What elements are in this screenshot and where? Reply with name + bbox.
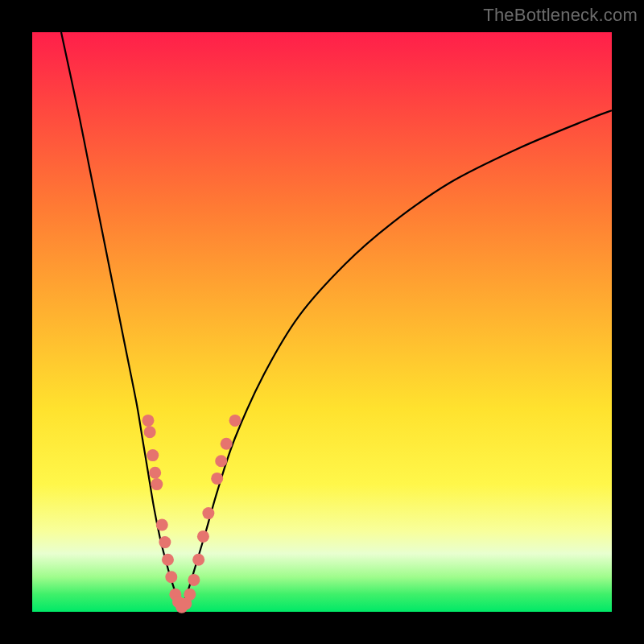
chart-svg xyxy=(32,32,612,612)
watermark-text: TheBottleneck.com xyxy=(483,5,638,26)
highlight-dot xyxy=(165,571,177,583)
chart-frame: TheBottleneck.com xyxy=(0,0,644,644)
highlight-dot xyxy=(188,574,200,586)
highlight-dot xyxy=(151,478,163,490)
highlight-dot xyxy=(162,554,174,566)
plot-area xyxy=(32,32,612,612)
highlight-dot xyxy=(197,530,209,543)
highlight-dot xyxy=(229,415,242,427)
highlight-dot xyxy=(215,455,227,467)
curve-right-branch xyxy=(182,110,612,609)
highlight-dot xyxy=(202,507,214,519)
highlight-dot xyxy=(144,426,156,438)
highlight-dot xyxy=(221,438,233,450)
curve-group xyxy=(61,32,612,609)
highlight-dot xyxy=(184,588,196,601)
highlight-dot xyxy=(159,536,171,548)
scatter-group xyxy=(142,415,242,613)
highlight-dot xyxy=(156,519,168,531)
highlight-dot xyxy=(192,554,204,566)
highlight-dot xyxy=(142,415,155,427)
highlight-dot xyxy=(211,473,223,485)
highlight-dot xyxy=(149,467,161,479)
highlight-dot xyxy=(147,449,159,461)
